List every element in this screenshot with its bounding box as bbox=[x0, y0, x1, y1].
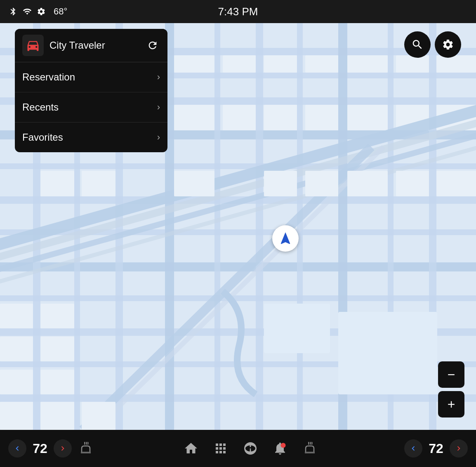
rear-heat-button[interactable] bbox=[299, 438, 320, 459]
svg-rect-60 bbox=[0, 337, 33, 361]
right-temp-display: 72 bbox=[426, 441, 446, 456]
svg-rect-18 bbox=[256, 23, 263, 430]
bottom-bar: 72 bbox=[0, 430, 476, 467]
svg-rect-28 bbox=[223, 55, 256, 73]
svg-rect-55 bbox=[347, 171, 388, 196]
svg-rect-61 bbox=[40, 337, 74, 361]
svg-rect-67 bbox=[264, 304, 330, 353]
chevron-icon-reservation: › bbox=[157, 72, 160, 83]
svg-rect-63 bbox=[40, 370, 74, 394]
app-header: City Traveler bbox=[15, 29, 167, 62]
search-button[interactable] bbox=[404, 31, 431, 58]
menu-item-reservation-label: Reservation bbox=[22, 71, 75, 83]
signal-icon bbox=[22, 7, 32, 17]
svg-rect-31 bbox=[347, 55, 388, 73]
svg-rect-66 bbox=[82, 402, 115, 430]
settings-icon bbox=[36, 7, 46, 17]
notification-button[interactable] bbox=[269, 438, 291, 459]
app-header-left: City Traveler bbox=[22, 35, 105, 56]
zoom-in-button[interactable]: + bbox=[438, 391, 464, 417]
svg-rect-9 bbox=[0, 295, 476, 301]
app-title: City Traveler bbox=[49, 40, 105, 51]
settings-button[interactable] bbox=[435, 31, 461, 58]
refresh-button[interactable] bbox=[145, 38, 160, 53]
svg-rect-50 bbox=[40, 171, 74, 196]
svg-rect-41 bbox=[347, 105, 388, 130]
svg-rect-62 bbox=[0, 370, 33, 394]
top-right-buttons bbox=[404, 31, 461, 58]
left-seat-heat-button[interactable] bbox=[75, 438, 97, 459]
svg-rect-52 bbox=[174, 171, 214, 196]
svg-rect-59 bbox=[40, 304, 74, 328]
menu-item-favorites[interactable]: Favorites › bbox=[15, 123, 167, 152]
status-left-icons: 68° bbox=[8, 6, 67, 17]
svg-rect-40 bbox=[305, 105, 338, 130]
app-card: City Traveler Reservation › Recents › Fa… bbox=[15, 29, 167, 152]
right-temp-decrease-button[interactable] bbox=[404, 439, 422, 458]
svg-rect-38 bbox=[223, 105, 256, 130]
svg-rect-29 bbox=[264, 55, 297, 73]
left-temp-increase-button[interactable] bbox=[54, 439, 72, 458]
left-temp-display: 72 bbox=[30, 441, 50, 456]
svg-rect-27 bbox=[174, 55, 214, 73]
menu-item-recents-label: Recents bbox=[22, 101, 59, 113]
clock-display: 7:43 PM bbox=[218, 5, 258, 18]
svg-rect-53 bbox=[264, 171, 297, 196]
menu-item-recents[interactable]: Recents › bbox=[15, 92, 167, 123]
svg-rect-65 bbox=[40, 402, 74, 430]
menu-item-favorites-label: Favorites bbox=[22, 132, 63, 143]
left-temp-decrease-button[interactable] bbox=[8, 439, 26, 458]
svg-rect-56 bbox=[396, 171, 429, 196]
chevron-icon-favorites: › bbox=[157, 132, 160, 143]
right-temp-increase-button[interactable] bbox=[450, 439, 468, 458]
svg-rect-54 bbox=[305, 171, 338, 196]
svg-rect-32 bbox=[396, 55, 429, 73]
zoom-controls: − + bbox=[438, 361, 464, 417]
zoom-out-button[interactable]: − bbox=[438, 361, 464, 388]
app-icon-box bbox=[22, 35, 44, 56]
svg-rect-12 bbox=[0, 394, 476, 402]
svg-rect-30 bbox=[305, 55, 338, 73]
svg-rect-8 bbox=[0, 262, 476, 271]
svg-rect-68 bbox=[338, 312, 437, 394]
apps-button[interactable] bbox=[210, 438, 231, 459]
location-marker bbox=[272, 225, 299, 252]
chevron-icon-recents: › bbox=[157, 102, 160, 113]
svg-rect-33 bbox=[436, 55, 476, 73]
svg-rect-58 bbox=[0, 304, 33, 328]
svg-rect-39 bbox=[264, 105, 297, 130]
right-temp-section: 72 bbox=[404, 439, 468, 458]
menu-item-reservation[interactable]: Reservation › bbox=[15, 62, 167, 92]
fan-button[interactable] bbox=[240, 438, 261, 459]
temperature-display: 68° bbox=[54, 6, 67, 17]
svg-rect-17 bbox=[214, 23, 220, 430]
location-circle bbox=[272, 225, 299, 252]
svg-point-69 bbox=[281, 443, 286, 448]
home-button[interactable] bbox=[180, 438, 202, 459]
svg-rect-64 bbox=[0, 402, 33, 430]
bluetooth-icon bbox=[8, 7, 18, 17]
status-bar: 68° 7:43 PM bbox=[0, 0, 476, 23]
svg-rect-57 bbox=[436, 171, 476, 196]
svg-rect-37 bbox=[174, 105, 214, 130]
svg-rect-51 bbox=[82, 171, 115, 196]
bottom-center-icons bbox=[97, 438, 404, 459]
left-temp-section: 72 bbox=[8, 438, 97, 459]
